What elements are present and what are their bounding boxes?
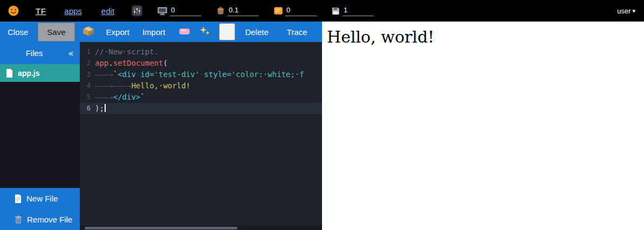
- app-window: TF apps edit: [0, 0, 644, 230]
- code-text: );: [95, 103, 322, 114]
- code-token: );: [95, 104, 104, 113]
- code-token: style=: [204, 70, 231, 79]
- code-line[interactable]: 6);: [80, 103, 322, 114]
- horizontal-scrollbar[interactable]: [80, 226, 322, 230]
- floppy-count-input[interactable]: [342, 6, 374, 16]
- save-button[interactable]: Save: [38, 23, 74, 41]
- code-token: ———→: [95, 70, 113, 79]
- package-icon: [83, 26, 94, 37]
- honeypot-count-input[interactable]: [228, 6, 259, 16]
- close-button[interactable]: Close: [2, 23, 33, 41]
- sparkles-button[interactable]: [197, 24, 213, 40]
- user-menu-label: user: [617, 7, 631, 15]
- sidebar-spacer: [0, 82, 80, 188]
- caret-down-icon: ▾: [632, 8, 635, 15]
- honeypot-icon: [216, 6, 225, 15]
- code-text: app.setDocument(: [95, 58, 322, 69]
- code-token: `: [113, 70, 118, 79]
- trace-button[interactable]: Trace: [282, 23, 313, 41]
- new-file-label: New File: [26, 194, 58, 203]
- sparkles-icon: [200, 26, 210, 37]
- trash-icon: [15, 215, 22, 224]
- stat-monitor: [157, 6, 201, 16]
- monitor-icon: [157, 7, 167, 15]
- code-token: Hello,·world!: [131, 81, 190, 90]
- remove-file-button[interactable]: Remove File: [0, 209, 80, 230]
- files-header: Files «: [0, 42, 80, 64]
- export-button[interactable]: Export: [101, 23, 135, 41]
- stat-honeypot: [216, 6, 259, 16]
- floppy-disk-icon: [332, 7, 340, 15]
- editor-toolbar: Close Save Export Import Delete Trace: [0, 22, 322, 42]
- stat-floppy: [332, 6, 374, 16]
- code-lines: 1//·New·script.2app.setDocument(3———→`<d…: [80, 42, 322, 114]
- card-count-input[interactable]: [285, 6, 317, 16]
- line-number: 3: [80, 69, 95, 80]
- file-name: app.js: [18, 69, 39, 78]
- nav-edit-link[interactable]: edit: [101, 6, 114, 16]
- line-number: 2: [80, 58, 95, 69]
- app-preview: Hello, world!: [322, 22, 644, 230]
- code-token: </div>: [113, 93, 141, 101]
- code-token: id=: [140, 70, 154, 79]
- code-token: app: [95, 59, 108, 67]
- code-token: .: [108, 59, 113, 67]
- code-text: ———→</div>`: [95, 92, 322, 103]
- code-text: ———→———→Hello,·world!: [95, 80, 322, 92]
- brand-link[interactable]: TF: [36, 6, 46, 16]
- line-number: 6: [80, 103, 95, 114]
- code-token: setDocument: [113, 59, 163, 67]
- file-item-appjs[interactable]: app.js: [0, 64, 80, 82]
- code-token: 'color:·white;·f: [231, 70, 304, 79]
- code-line[interactable]: 5———→</div>`: [80, 92, 322, 103]
- code-line[interactable]: 1//·New·script.: [80, 46, 322, 58]
- code-token: ———→———→: [95, 81, 131, 90]
- line-number: 5: [80, 92, 95, 103]
- code-token: //·New·script.: [95, 47, 159, 56]
- code-token: ———→: [95, 93, 113, 101]
- new-file-icon: [15, 194, 22, 203]
- code-token: `: [140, 93, 145, 101]
- code-line[interactable]: 4———→———→Hello,·world!: [80, 80, 322, 92]
- import-button[interactable]: Import: [137, 23, 171, 41]
- code-line[interactable]: 3———→`<div·id='test-div'·style='color:·w…: [80, 69, 322, 80]
- monitor-count-input[interactable]: [170, 6, 201, 16]
- preview-text: Hello, world!: [322, 22, 644, 47]
- topbar: TF apps edit: [0, 0, 644, 22]
- orange-card-icon: [274, 6, 283, 15]
- soap-icon: [179, 27, 190, 35]
- text-cursor: [105, 104, 106, 112]
- collapse-icon[interactable]: «: [68, 48, 80, 58]
- soap-button[interactable]: [177, 25, 192, 39]
- scrollbar-thumb[interactable]: [85, 227, 237, 229]
- files-sidebar: Files « app.js New File Remove File: [0, 42, 80, 230]
- code-token: <div: [118, 70, 136, 79]
- stat-card: [274, 6, 317, 16]
- code-token: (: [163, 59, 167, 67]
- code-editor[interactable]: 1//·New·script.2app.setDocument(3———→`<d…: [80, 42, 322, 230]
- code-line[interactable]: 2app.setDocument(: [80, 58, 322, 69]
- document-icon: [6, 69, 13, 78]
- nav-apps-link[interactable]: apps: [64, 6, 82, 16]
- controls-icon[interactable]: [132, 5, 142, 16]
- code-text: ———→`<div·id='test-div'·style='color:·wh…: [95, 69, 322, 80]
- remove-file-label: Remove File: [27, 215, 72, 224]
- new-file-button[interactable]: New File: [0, 188, 80, 209]
- code-text: //·New·script.: [95, 46, 322, 58]
- files-title: Files: [0, 48, 68, 58]
- blank-button[interactable]: [219, 23, 235, 40]
- line-number: 4: [80, 80, 95, 92]
- user-menu[interactable]: user ▾: [617, 7, 635, 15]
- delete-button[interactable]: Delete: [239, 23, 273, 41]
- grinning-face-icon[interactable]: [8, 5, 19, 17]
- package-button[interactable]: [80, 24, 97, 40]
- code-token: 'test-div': [154, 70, 200, 79]
- line-number: 1: [80, 46, 95, 58]
